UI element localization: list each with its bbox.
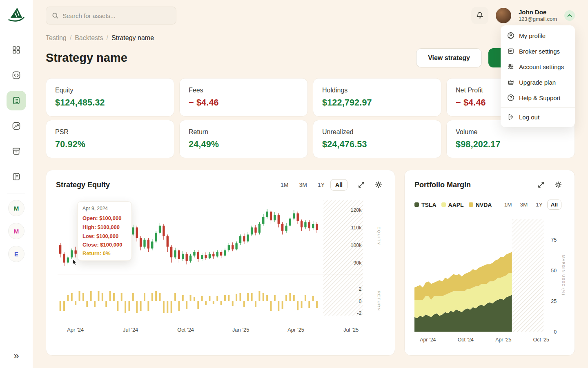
- dashboard-grid-icon: [12, 45, 21, 54]
- profile-icon: [507, 32, 514, 39]
- nvda-swatch: [469, 202, 473, 207]
- menu-item-help-support[interactable]: Help & Support: [501, 90, 575, 105]
- svg-text:Apr ’24: Apr ’24: [420, 337, 436, 343]
- margin-legend: TSLA AAPL NVDA: [414, 202, 492, 208]
- legend-item-aapl[interactable]: AAPL: [441, 202, 464, 208]
- breadcrumb-backtests[interactable]: Backtests: [75, 34, 103, 42]
- stat-value: 24,49%: [189, 139, 298, 150]
- stats-grid: Equity $124,485.32 Fees − $4.46 Holdings…: [46, 78, 575, 158]
- sidebar-item-algorithms[interactable]: [7, 65, 26, 85]
- svg-text:Oct ’24: Oct ’24: [177, 327, 194, 333]
- range-1m-button[interactable]: 1M: [501, 200, 516, 210]
- menu-item-label: Log out: [519, 114, 539, 121]
- svg-text:75: 75: [551, 237, 557, 243]
- range-1m-button[interactable]: 1M: [276, 179, 293, 191]
- workspace-avatar-2[interactable]: M: [8, 223, 24, 239]
- view-strategy-button[interactable]: View strategy: [416, 48, 482, 67]
- app-logo[interactable]: [7, 6, 26, 26]
- margin-settings-button[interactable]: [552, 178, 565, 191]
- sidebar-item-inbox[interactable]: [7, 141, 26, 161]
- menu-item-log-out[interactable]: Log out: [501, 109, 575, 125]
- legend-item-tsla[interactable]: TSLA: [414, 202, 437, 208]
- svg-text:90k: 90k: [353, 260, 362, 266]
- tooltip-return: Return: 0%: [82, 250, 127, 256]
- stat-label: Equity: [55, 87, 165, 94]
- title-row: Strategy name View strategy: [46, 48, 575, 67]
- portfolio-margin-panel: Portfolio Margin: [404, 170, 575, 356]
- stat-card-unrealized: Unrealized $24,476.53: [313, 120, 441, 158]
- svg-text:100k: 100k: [351, 242, 362, 248]
- search-input[interactable]: [62, 12, 170, 19]
- bell-icon: [475, 11, 484, 20]
- workspace-avatar-1[interactable]: M: [8, 200, 24, 216]
- breadcrumb: Testing / Backtests / Strategy name: [46, 34, 575, 42]
- menu-item-my-profile[interactable]: My profile: [501, 28, 575, 43]
- range-all-button[interactable]: All: [547, 200, 561, 210]
- expand-sidebar-button[interactable]: »: [13, 351, 19, 361]
- stat-card-equity: Equity $124,485.32: [46, 78, 174, 117]
- sidebar-item-dashboard[interactable]: [7, 40, 26, 60]
- breadcrumb-testing[interactable]: Testing: [46, 34, 67, 42]
- svg-text:Jul ’25: Jul ’25: [343, 327, 359, 333]
- topbar: John Doe 123@gmail.com My profile: [46, 0, 575, 31]
- menu-divider: [501, 107, 575, 108]
- margin-panel-title: Portfolio Margin: [414, 181, 471, 189]
- equity-expand-button[interactable]: [355, 178, 368, 191]
- range-3m-button[interactable]: 3M: [516, 200, 531, 210]
- workspace-avatar-3[interactable]: E: [8, 246, 24, 262]
- legend-label: AAPL: [448, 202, 464, 208]
- stat-value: $122,792.97: [322, 98, 432, 108]
- stat-label: Holdings: [322, 87, 432, 94]
- legend-label: TSLA: [421, 202, 437, 208]
- range-1y-button[interactable]: 1Y: [532, 200, 546, 210]
- stat-card-holdings: Holdings $122,792.97: [313, 78, 441, 117]
- user-avatar[interactable]: [496, 8, 511, 23]
- equity-settings-button[interactable]: [372, 178, 385, 191]
- margin-chart-svg[interactable]: 7550250Apr ’24Oct ’24Apr ’25Oct ’25MARGI…: [414, 213, 565, 347]
- main-content: John Doe 123@gmail.com My profile: [33, 0, 588, 368]
- tooltip-low: Low: $100,000: [82, 232, 127, 241]
- sidebar-item-journal[interactable]: [7, 167, 26, 186]
- menu-item-broker-settings[interactable]: Broker settings: [501, 43, 575, 59]
- svg-text:Apr ’25: Apr ’25: [495, 337, 511, 343]
- svg-text:Jul ’24: Jul ’24: [123, 327, 138, 333]
- user-email: 123@gmail.com: [519, 16, 557, 23]
- sidebar-item-analytics[interactable]: [7, 116, 26, 136]
- menu-item-label: Account settings: [519, 63, 564, 70]
- notifications-button[interactable]: [471, 7, 488, 24]
- menu-item-upgrade-plan[interactable]: Upgrade plan: [501, 74, 575, 90]
- user-dropdown-menu: My profile Broker settings Account setti…: [501, 25, 575, 127]
- stat-label: Return: [189, 128, 298, 136]
- workspace-initial: E: [14, 251, 18, 258]
- user-menu-toggle[interactable]: [564, 10, 575, 21]
- user-name: John Doe: [519, 8, 557, 16]
- search-icon: [52, 12, 58, 19]
- tooltip-close: Close: $100,000: [82, 240, 127, 249]
- margin-expand-button[interactable]: [535, 178, 548, 191]
- breadcrumb-separator: /: [107, 34, 108, 42]
- stat-card-psr: PSR 70.92%: [46, 120, 174, 158]
- svg-text:2: 2: [359, 286, 362, 292]
- legend-item-nvda[interactable]: NVDA: [469, 202, 492, 208]
- asset-search[interactable]: [46, 7, 176, 25]
- aapl-swatch: [441, 202, 446, 207]
- svg-text:0: 0: [359, 298, 362, 304]
- stat-card-fees: Fees − $4.46: [179, 78, 308, 117]
- stat-value: $124,485.32: [55, 98, 165, 108]
- stat-value: 70.92%: [55, 139, 165, 150]
- range-3m-button[interactable]: 3M: [294, 179, 312, 191]
- sidebar: M M E »: [0, 0, 33, 368]
- breadcrumb-separator: /: [70, 34, 71, 42]
- svg-text:25: 25: [551, 298, 557, 304]
- gear-icon: [374, 181, 383, 189]
- gear-icon: [554, 181, 562, 189]
- range-1y-button[interactable]: 1Y: [313, 179, 330, 191]
- stat-label: Fees: [189, 87, 298, 94]
- stat-label: Volume: [456, 128, 566, 136]
- journal-icon: [12, 172, 21, 181]
- range-all-button[interactable]: All: [330, 179, 347, 191]
- candle-tooltip: Apr 9, 2024 Open: $100,000 High: $100,00…: [77, 201, 132, 261]
- sidebar-item-backtests[interactable]: [7, 91, 26, 110]
- menu-item-account-settings[interactable]: Account settings: [501, 59, 575, 74]
- margin-panel-header: Portfolio Margin: [414, 178, 565, 191]
